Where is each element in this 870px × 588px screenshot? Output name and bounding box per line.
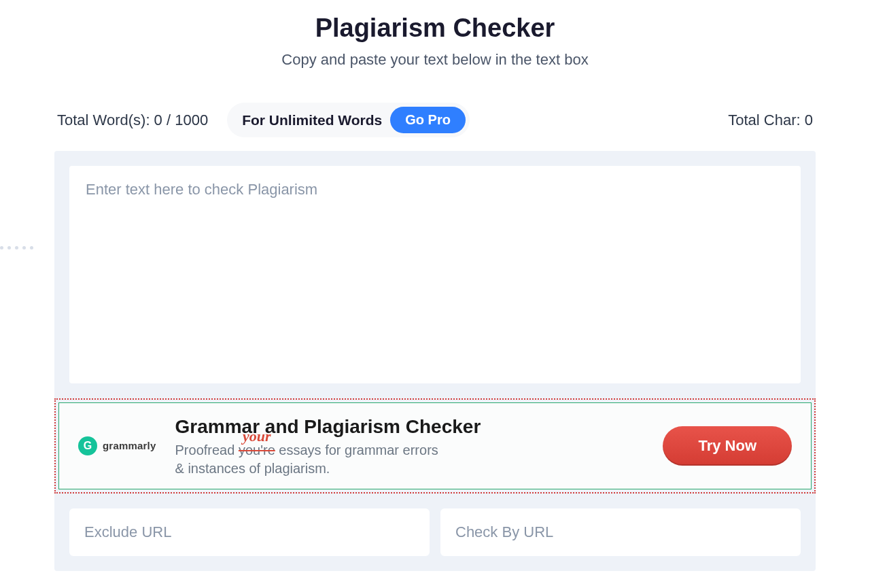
- unlimited-words-text: For Unlimited Words: [242, 112, 382, 128]
- stats-row: Total Word(s): 0 / 1000 For Unlimited Wo…: [54, 103, 816, 137]
- stats-left: Total Word(s): 0 / 1000 For Unlimited Wo…: [57, 103, 470, 137]
- plagiarism-text-input[interactable]: [69, 166, 801, 383]
- page-title: Plagiarism Checker: [54, 14, 816, 43]
- try-now-button[interactable]: Try Now: [663, 426, 792, 466]
- ad-banner-wrapper: G grammarly Grammar and Plagiarism Check…: [54, 398, 816, 494]
- ad-line1-before: Proofread: [175, 443, 239, 457]
- ad-banner[interactable]: G grammarly Grammar and Plagiarism Check…: [58, 402, 812, 489]
- word-count-label: Total Word(s): 0 / 1000: [57, 111, 208, 129]
- decorative-dots: [0, 246, 33, 249]
- go-pro-button[interactable]: Go Pro: [390, 107, 466, 133]
- ad-line1-after: essays for grammar errors: [275, 443, 438, 457]
- check-by-url-input[interactable]: [440, 508, 801, 556]
- exclude-url-input[interactable]: [69, 508, 430, 556]
- ad-brand-name: grammarly: [103, 440, 156, 451]
- editor-panel: G grammarly Grammar and Plagiarism Check…: [54, 151, 816, 571]
- ad-correction-word: your: [243, 426, 271, 447]
- page-subtitle: Copy and paste your text below in the te…: [54, 51, 816, 69]
- ad-strike-word: you'reyour: [239, 441, 275, 460]
- main-container: Plagiarism Checker Copy and paste your t…: [0, 0, 870, 571]
- ad-logo: G grammarly: [78, 436, 156, 455]
- ad-subtext: Proofread you'reyour essays for grammar …: [175, 441, 644, 478]
- ad-line2: & instances of plagiarism.: [175, 461, 330, 476]
- grammarly-icon: G: [78, 436, 97, 455]
- ad-copy: Grammar and Plagiarism Checker Proofread…: [175, 414, 644, 478]
- pro-pill: For Unlimited Words Go Pro: [227, 103, 470, 137]
- char-count-label: Total Char: 0: [728, 111, 813, 129]
- url-inputs-row: [69, 508, 801, 571]
